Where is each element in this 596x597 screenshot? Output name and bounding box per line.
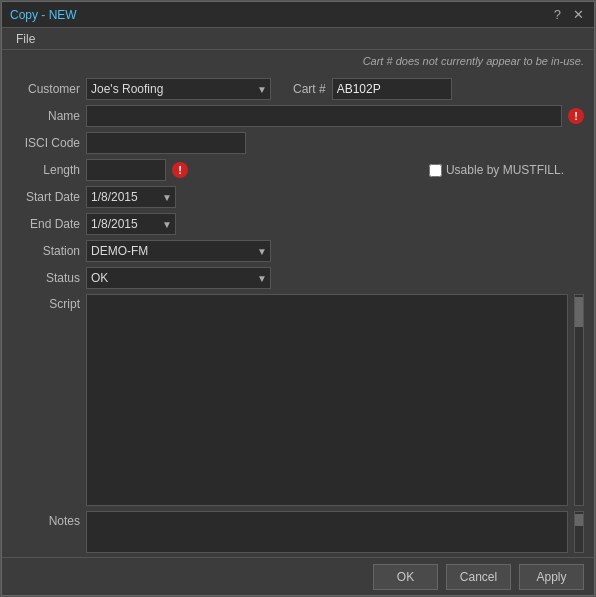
- end-date-row: End Date 1/8/2015 ▼: [12, 213, 584, 235]
- notes-textarea[interactable]: [86, 511, 568, 553]
- length-label: Length: [12, 163, 80, 177]
- length-row: Length ! Usable by MUSTFILL.: [12, 159, 584, 181]
- customer-label: Customer: [12, 82, 80, 96]
- notice-text: Cart # does not currently appear to be i…: [363, 55, 584, 67]
- length-error-icon: !: [172, 162, 188, 178]
- script-textarea[interactable]: [86, 294, 568, 506]
- button-bar: OK Cancel Apply: [2, 557, 594, 595]
- customer-dropdown-wrap: Joe's Roofing ▼: [86, 78, 271, 100]
- notice-bar: Cart # does not currently appear to be i…: [2, 50, 594, 72]
- name-row: Name !: [12, 105, 584, 127]
- station-label: Station: [12, 244, 80, 258]
- usable-checkbox[interactable]: [429, 164, 442, 177]
- main-window: Copy - NEW ? ✕ File Cart # does not curr…: [1, 1, 595, 596]
- title-bar: Copy - NEW ? ✕: [2, 2, 594, 28]
- name-label: Name: [12, 109, 80, 123]
- isci-row: ISCI Code: [12, 132, 584, 154]
- form-content: Customer Joe's Roofing ▼ Cart # Name ! I…: [2, 72, 594, 557]
- script-scroll-thumb: [575, 297, 583, 327]
- isci-input[interactable]: [86, 132, 246, 154]
- title-text: Copy - NEW: [10, 8, 552, 22]
- isci-label: ISCI Code: [12, 136, 80, 150]
- end-date-label: End Date: [12, 217, 80, 231]
- start-date-label: Start Date: [12, 190, 80, 204]
- cart-input[interactable]: [332, 78, 452, 100]
- end-date-dropdown-wrap: 1/8/2015 ▼: [86, 213, 176, 235]
- name-input[interactable]: [86, 105, 562, 127]
- customer-dropdown[interactable]: Joe's Roofing: [86, 78, 271, 100]
- station-dropdown-wrap: DEMO-FM ▼: [86, 240, 271, 262]
- start-date-dropdown-wrap: 1/8/2015 ▼: [86, 186, 176, 208]
- close-button[interactable]: ✕: [571, 7, 586, 22]
- script-label: Script: [12, 297, 80, 311]
- name-error-icon: !: [568, 108, 584, 124]
- usable-label: Usable by MUSTFILL.: [446, 163, 564, 177]
- status-dropdown-wrap: OK ▼: [86, 267, 271, 289]
- notes-row: Notes: [12, 511, 584, 553]
- cart-label: Cart #: [293, 82, 326, 96]
- station-dropdown[interactable]: DEMO-FM: [86, 240, 271, 262]
- usable-checkbox-row: Usable by MUSTFILL.: [429, 163, 564, 177]
- cancel-button[interactable]: Cancel: [446, 564, 511, 590]
- title-highlight: NEW: [49, 8, 77, 22]
- notes-scrollbar[interactable]: [574, 511, 584, 553]
- station-row: Station DEMO-FM ▼: [12, 240, 584, 262]
- file-menu[interactable]: File: [10, 30, 41, 48]
- notes-scroll-thumb: [575, 514, 583, 526]
- status-row: Status OK ▼: [12, 267, 584, 289]
- title-controls: ? ✕: [552, 7, 586, 22]
- status-label: Status: [12, 271, 80, 285]
- ok-button[interactable]: OK: [373, 564, 438, 590]
- length-input[interactable]: [86, 159, 166, 181]
- apply-button[interactable]: Apply: [519, 564, 584, 590]
- start-date-dropdown[interactable]: 1/8/2015: [86, 186, 176, 208]
- end-date-dropdown[interactable]: 1/8/2015: [86, 213, 176, 235]
- help-button[interactable]: ?: [552, 7, 563, 22]
- start-date-row: Start Date 1/8/2015 ▼: [12, 186, 584, 208]
- script-scrollbar[interactable]: [574, 294, 584, 506]
- script-row: Script: [12, 294, 584, 506]
- customer-row: Customer Joe's Roofing ▼ Cart #: [12, 78, 584, 100]
- title-prefix: Copy -: [10, 8, 49, 22]
- menu-bar: File: [2, 28, 594, 50]
- status-dropdown[interactable]: OK: [86, 267, 271, 289]
- notes-label: Notes: [12, 514, 80, 528]
